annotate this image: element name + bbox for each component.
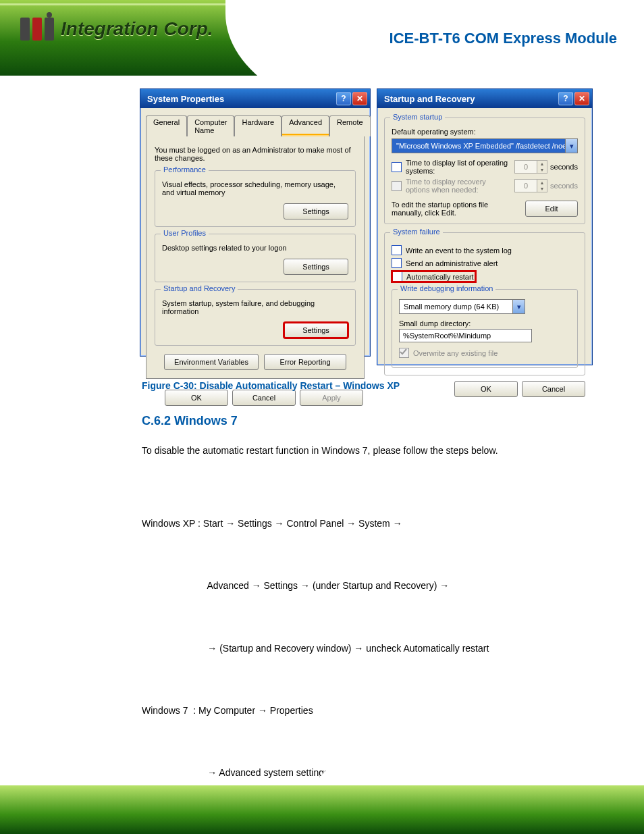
footer-banner xyxy=(0,785,644,834)
profiles-group: User Profiles Desktop settings related t… xyxy=(155,234,356,282)
nav-line: Windows 7 : My Computer → Properties xyxy=(142,700,601,721)
admin-warning-text: You must be logged on as an Administrato… xyxy=(155,146,356,162)
display-recovery-options-label: Time to display recovery options when ne… xyxy=(406,178,510,194)
section-heading: C.6.2 Windows 7 xyxy=(142,411,601,432)
help-button[interactable]: ? xyxy=(336,92,351,105)
display-os-list-label: Time to display list of operating system… xyxy=(406,159,510,175)
tab-remote[interactable]: Remote xyxy=(329,115,371,136)
startup-desc: System startup, system failure, and debu… xyxy=(162,299,348,315)
close-icon: ✕ xyxy=(356,94,363,103)
close-button[interactable]: ✕ xyxy=(352,92,367,105)
intro-paragraph: To disable the automatic restart functio… xyxy=(142,443,601,459)
tab-hardware[interactable]: Hardware xyxy=(234,115,281,136)
tab-general[interactable]: General xyxy=(146,115,187,136)
display-os-list-checkbox[interactable] xyxy=(392,162,402,172)
page-number: Page 142 xyxy=(20,762,67,775)
logo: Integration Corp. xyxy=(20,18,213,41)
help-icon: ? xyxy=(341,94,346,103)
send-alert-label: Send an administrative alert xyxy=(406,259,498,267)
debug-info-legend: Write debugging information xyxy=(398,284,495,292)
titlebar-text: System Properties xyxy=(147,94,224,104)
display-os-seconds-value[interactable] xyxy=(515,162,537,172)
spinner-down-icon: ▼ xyxy=(537,186,547,192)
nav-line: Advanced → Settings → (under Startup and… xyxy=(142,575,601,596)
display-recovery-seconds-spinner: ▲▼ xyxy=(514,179,547,192)
document-title: ICE-BT-T6 COM Express Module xyxy=(390,30,617,47)
help-button[interactable]: ? xyxy=(558,92,573,105)
overwrite-checkbox xyxy=(399,348,409,358)
profiles-settings-button[interactable]: Settings xyxy=(284,259,348,275)
display-recovery-options-checkbox xyxy=(392,181,402,191)
default-os-value: "Microsoft Windows XP Embedded" /fastdet… xyxy=(392,142,565,150)
tab-advanced[interactable]: Advanced xyxy=(281,115,329,136)
write-event-checkbox[interactable] xyxy=(392,245,402,255)
profiles-desc: Desktop settings related to your logon xyxy=(162,244,348,252)
debug-info-group: Write debugging information Small memory… xyxy=(392,289,578,368)
write-event-label: Write an event to the system log xyxy=(406,246,512,255)
startup-group: Startup and Recovery System startup, sys… xyxy=(155,289,356,346)
default-os-label: Default operating system: xyxy=(392,128,578,136)
tab-body: You must be logged on as an Administrato… xyxy=(146,136,365,379)
dump-dir-label: Small dump directory: xyxy=(399,319,570,328)
nav-line: → (Startup and Recovery window) → unchec… xyxy=(142,638,601,659)
startup-legend: Startup and Recovery xyxy=(161,284,238,292)
spinner-down-icon: ▼ xyxy=(537,167,547,173)
performance-legend: Performance xyxy=(161,165,209,174)
help-icon: ? xyxy=(563,94,568,103)
startup-settings-button[interactable]: Settings xyxy=(284,322,348,338)
chevron-down-icon: ▾ xyxy=(565,139,577,153)
dump-dir-field[interactable]: %SystemRoot%\Minidump xyxy=(399,329,532,342)
display-recovery-seconds-value xyxy=(515,181,537,190)
checkmark-icon xyxy=(400,348,407,356)
startup-recovery-dialog: Startup and Recovery ? ✕ System startup … xyxy=(377,88,593,365)
spinner-up-icon: ▲ xyxy=(537,180,547,186)
performance-desc: Visual effects, processor scheduling, me… xyxy=(162,180,348,197)
seconds-label: seconds xyxy=(550,182,578,190)
tab-computer-name[interactable]: Computer Name xyxy=(187,115,234,136)
display-os-seconds-spinner[interactable]: ▲▼ xyxy=(514,160,547,174)
system-startup-legend: System startup xyxy=(390,113,445,121)
default-os-combo[interactable]: "Microsoft Windows XP Embedded" /fastdet… xyxy=(392,138,578,153)
environment-variables-button[interactable]: Environment Variables xyxy=(164,354,259,370)
titlebar[interactable]: System Properties ? ✕ xyxy=(140,89,370,108)
overwrite-label: Overwrite any existing file xyxy=(413,349,498,357)
system-failure-group: System failure Write an event to the sys… xyxy=(384,232,585,375)
auto-restart-checkbox[interactable] xyxy=(392,271,402,282)
titlebar[interactable]: Startup and Recovery ? ✕ xyxy=(377,89,592,108)
logo-text: Integration Corp. xyxy=(61,18,213,40)
titlebar-text: Startup and Recovery xyxy=(384,94,475,104)
figure-caption: Figure C-30: Disable Automatically Resta… xyxy=(142,378,601,394)
system-startup-group: System startup Default operating system:… xyxy=(384,118,585,224)
edit-button[interactable]: Edit xyxy=(525,201,578,217)
profiles-legend: User Profiles xyxy=(161,229,209,237)
logo-mark xyxy=(20,18,54,41)
chevron-down-icon: ▾ xyxy=(512,300,525,313)
tab-strip: General Computer Name Hardware Advanced … xyxy=(146,115,365,136)
performance-settings-button[interactable]: Settings xyxy=(284,203,348,219)
dump-type-combo[interactable]: Small memory dump (64 KB) ▾ xyxy=(399,299,525,314)
auto-restart-label: Automatically restart xyxy=(406,273,474,281)
system-failure-legend: System failure xyxy=(390,228,443,236)
close-button[interactable]: ✕ xyxy=(574,92,589,105)
dump-type-value: Small memory dump (64 KB) xyxy=(400,303,512,311)
nav-line: Windows XP : Start → Settings → Control … xyxy=(142,513,601,534)
system-properties-dialog: System Properties ? ✕ General Computer N… xyxy=(140,88,371,357)
performance-group: Performance Visual effects, processor sc… xyxy=(155,170,356,227)
send-alert-checkbox[interactable] xyxy=(392,258,402,268)
close-icon: ✕ xyxy=(579,94,585,103)
error-reporting-button[interactable]: Error Reporting xyxy=(264,354,346,370)
dump-dir-value: %SystemRoot%\Minidump xyxy=(403,332,491,340)
seconds-label: seconds xyxy=(550,163,578,171)
edit-startup-text: To edit the startup options file manuall… xyxy=(392,201,520,217)
spinner-up-icon: ▲ xyxy=(537,161,547,167)
